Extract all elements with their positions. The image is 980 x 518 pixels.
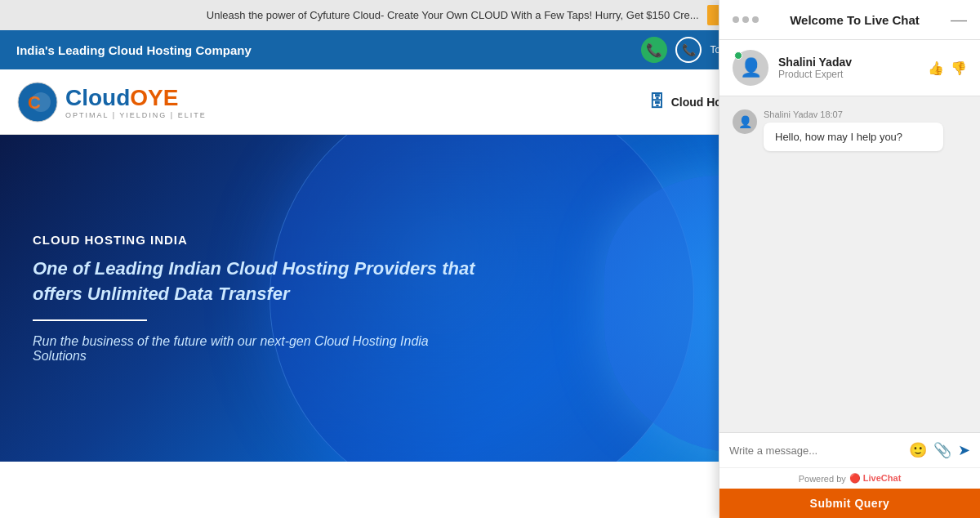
message-time: 18:07 <box>820 109 843 119</box>
dot-2 <box>742 16 749 23</box>
dot-1 <box>733 16 739 23</box>
agent-info: 👤 Shalini Yadav Product Expert 👍 👎 <box>719 40 980 96</box>
hero-content: CLOUD HOSTING INDIA One of Leading India… <box>33 233 482 364</box>
hero-tagline: CLOUD HOSTING INDIA <box>33 233 482 247</box>
feedback-thumbs: 👍 👎 <box>928 60 967 76</box>
chat-message-input[interactable] <box>729 444 902 457</box>
livechat-brand: 🔴 LiveChat <box>849 473 902 484</box>
hero-divider <box>33 319 147 321</box>
agent-name: Shalini Yadav <box>778 56 918 69</box>
online-indicator <box>734 51 742 60</box>
message-row: 👤 Shalini Yadav 18:07 Hello, how may I h… <box>733 109 967 151</box>
dot-3 <box>752 16 759 23</box>
logo-icon: C <box>16 81 59 123</box>
chat-title: Welcome To Live Chat <box>767 13 942 27</box>
message-bubble: Hello, how may I help you? <box>764 123 943 151</box>
whatsapp-icon[interactable]: 📞 <box>641 37 667 63</box>
send-button[interactable]: ➤ <box>958 441 970 459</box>
hero-title: One of Leading Indian Cloud Hosting Prov… <box>33 257 482 307</box>
agent-avatar: 👤 <box>733 50 768 86</box>
chat-messages: 👤 Shalini Yadav 18:07 Hello, how may I h… <box>719 96 980 432</box>
message-text: Hello, how may I help you? <box>775 131 902 143</box>
thumbs-down-button[interactable]: 👎 <box>951 60 967 76</box>
message-sender: Shalini Yadav <box>764 109 817 119</box>
chat-menu-dots <box>733 16 759 23</box>
phone-icon[interactable]: 📞 <box>675 37 702 63</box>
announcement-text: Unleash the power of Cyfuture Cloud- Cre… <box>207 9 699 21</box>
logo-tagline: OPTIMAL | YIELDING | ELITE <box>65 111 207 119</box>
thumbs-up-button[interactable]: 👍 <box>928 60 944 76</box>
chat-header: Welcome To Live Chat — <box>719 0 980 40</box>
agent-role: Product Expert <box>778 69 918 80</box>
chat-footer: Powered by 🔴 LiveChat <box>719 467 980 489</box>
live-chat-panel: Welcome To Live Chat — 👤 Shalini Yadav P… <box>719 0 980 518</box>
company-name: India's Leading Cloud Hosting Company <box>16 43 628 57</box>
message-meta: Shalini Yadav 18:07 <box>764 109 967 119</box>
powered-by-text: Powered by <box>799 474 846 484</box>
hero-subtitle: Run the business of the future with our … <box>33 334 482 364</box>
logo[interactable]: C Cloud OYE OPTIMAL | YIELDING | ELITE <box>16 81 207 123</box>
logo-text: Cloud OYE OPTIMAL | YIELDING | ELITE <box>65 85 207 119</box>
submit-query-button[interactable]: Submit Query <box>719 489 980 518</box>
svg-point-2 <box>31 92 51 112</box>
agent-details: Shalini Yadav Product Expert <box>778 56 918 80</box>
minimize-button[interactable]: — <box>951 11 967 28</box>
logo-cloud: Cloud <box>65 85 130 111</box>
logo-oye: OYE <box>130 85 178 111</box>
message-content: Shalini Yadav 18:07 Hello, how may I hel… <box>764 109 967 151</box>
cloud-hosting-icon: 🗄 <box>648 92 665 111</box>
message-avatar: 👤 <box>733 109 757 134</box>
attachment-button[interactable]: 📎 <box>933 441 951 459</box>
chat-input-area: 🙂 📎 ➤ <box>719 432 980 467</box>
emoji-button[interactable]: 🙂 <box>909 441 927 459</box>
